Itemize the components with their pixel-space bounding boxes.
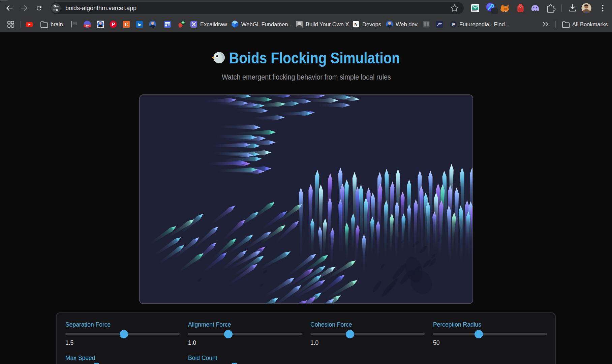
svg-text:in: in: [137, 23, 141, 27]
svg-text:N: N: [354, 22, 358, 27]
svg-text:57: 57: [86, 25, 89, 28]
svg-text:F: F: [452, 22, 455, 27]
svg-text:P: P: [112, 22, 115, 27]
svg-text:E: E: [125, 22, 128, 27]
